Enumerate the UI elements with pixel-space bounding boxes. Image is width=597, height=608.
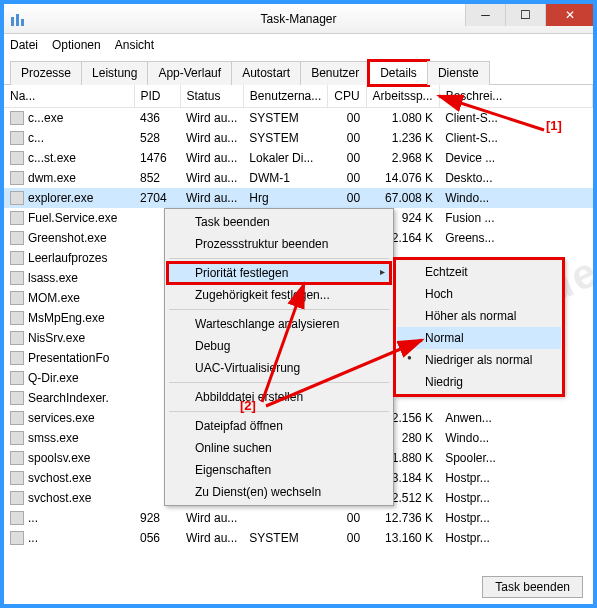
cell-value: ...: [28, 531, 38, 545]
tab-dienste[interactable]: Dienste: [427, 61, 490, 85]
menu-item[interactable]: Debug: [167, 335, 391, 357]
cell-value: 528: [140, 131, 160, 145]
maximize-button[interactable]: ☐: [505, 4, 545, 26]
menu-item[interactable]: UAC-Virtualisierung: [167, 357, 391, 379]
process-icon: [10, 191, 24, 205]
menu-item[interactable]: Dateipfad öffnen: [167, 415, 391, 437]
tab-autostart[interactable]: Autostart: [231, 61, 301, 85]
column-header[interactable]: PID: [134, 85, 180, 108]
process-icon: [10, 371, 24, 385]
close-button[interactable]: ✕: [545, 4, 593, 26]
menu-item[interactable]: Eigenschaften: [167, 459, 391, 481]
cell-value: svchost.exe: [28, 471, 91, 485]
end-task-button[interactable]: Task beenden: [482, 576, 583, 598]
cell-value: 13.160 K: [385, 531, 433, 545]
cell-value: c...: [28, 131, 44, 145]
column-header[interactable]: Benutzerna...: [243, 85, 327, 108]
tab-prozesse[interactable]: Prozesse: [10, 61, 82, 85]
submenu-item[interactable]: Niedriger als normal: [397, 349, 561, 371]
cell-value: Client-S...: [445, 111, 498, 125]
cell-value: Lokaler Di...: [249, 151, 313, 165]
menu-item[interactable]: Priorität festlegen: [167, 262, 391, 284]
cell-value: Hostpr...: [445, 491, 490, 505]
cell-value: dwm.exe: [28, 171, 76, 185]
cell-value: MsMpEng.exe: [28, 311, 105, 325]
cell-value: smss.exe: [28, 431, 79, 445]
submenu-item[interactable]: Echtzeit: [397, 261, 561, 283]
table-row[interactable]: c...st.exe1476Wird au...Lokaler Di...002…: [4, 148, 593, 168]
menu-ansicht[interactable]: Ansicht: [115, 38, 154, 52]
table-row[interactable]: c...528Wird au...SYSTEM001.236 KClient-S…: [4, 128, 593, 148]
cell-value: 00: [347, 111, 360, 125]
process-icon: [10, 131, 24, 145]
submenu-item[interactable]: Normal: [397, 327, 561, 349]
context-menu[interactable]: Task beendenProzessstruktur beendenPrior…: [164, 208, 394, 506]
cell-value: Greenshot.exe: [28, 231, 107, 245]
process-icon: [10, 251, 24, 265]
table-row[interactable]: ...056Wird au...SYSTEM0013.160 KHostpr..…: [4, 528, 593, 548]
cell-value: Fusion ...: [445, 211, 494, 225]
cell-value: 852: [140, 171, 160, 185]
priority-submenu[interactable]: EchtzeitHochHöher als normalNormalNiedri…: [394, 258, 564, 396]
cell-value: MOM.exe: [28, 291, 80, 305]
process-icon: [10, 351, 24, 365]
process-icon: [10, 271, 24, 285]
process-icon: [10, 471, 24, 485]
tab-benutzer[interactable]: Benutzer: [300, 61, 370, 85]
menu-item[interactable]: Prozessstruktur beenden: [167, 233, 391, 255]
table-row[interactable]: ...928Wird au...0012.736 KHostpr...: [4, 508, 593, 528]
menu-item[interactable]: Task beenden: [167, 211, 391, 233]
menu-item[interactable]: Online suchen: [167, 437, 391, 459]
table-row[interactable]: dwm.exe852Wird au...DWM-10014.076 KDeskt…: [4, 168, 593, 188]
cell-value: Hostpr...: [445, 471, 490, 485]
cell-value: Leerlaufprozes: [28, 251, 107, 265]
cell-value: 928: [140, 511, 160, 525]
menu-separator: [169, 258, 389, 259]
table-row[interactable]: c...exe436Wird au...SYSTEM001.080 KClien…: [4, 108, 593, 129]
submenu-item[interactable]: Höher als normal: [397, 305, 561, 327]
titlebar: Task-Manager ─ ☐ ✕: [4, 4, 593, 34]
minimize-button[interactable]: ─: [465, 4, 505, 26]
column-header[interactable]: Beschrei...: [439, 85, 592, 108]
menu-item[interactable]: Zu Dienst(en) wechseln: [167, 481, 391, 503]
cell-value: 3.184 K: [392, 471, 433, 485]
menu-item[interactable]: Warteschlange analysieren: [167, 313, 391, 335]
process-icon: [10, 211, 24, 225]
tab-details[interactable]: Details: [369, 61, 428, 85]
menu-optionen[interactable]: Optionen: [52, 38, 101, 52]
column-header[interactable]: Status: [180, 85, 243, 108]
footer: Task beenden: [482, 576, 583, 598]
cell-value: c...exe: [28, 111, 63, 125]
cell-value: 1.236 K: [392, 131, 433, 145]
column-header[interactable]: CPU: [328, 85, 366, 108]
process-icon: [10, 171, 24, 185]
column-header[interactable]: Na...: [4, 85, 134, 108]
menu-item[interactable]: Abbilddatei erstellen: [167, 386, 391, 408]
cell-value: 00: [347, 131, 360, 145]
tab-app-verlauf[interactable]: App-Verlauf: [147, 61, 232, 85]
cell-value: 00: [347, 151, 360, 165]
menu-separator: [169, 411, 389, 412]
process-icon: [10, 291, 24, 305]
process-icon: [10, 391, 24, 405]
cell-value: Client-S...: [445, 131, 498, 145]
process-icon: [10, 411, 24, 425]
cell-value: Q-Dir.exe: [28, 371, 79, 385]
cell-value: 00: [347, 511, 360, 525]
tab-leistung[interactable]: Leistung: [81, 61, 148, 85]
cell-value: 924 K: [402, 211, 433, 225]
submenu-item[interactable]: Niedrig: [397, 371, 561, 393]
cell-value: Wird au...: [186, 111, 237, 125]
process-icon: [10, 311, 24, 325]
process-icon: [10, 431, 24, 445]
cell-value: 280 K: [402, 431, 433, 445]
process-icon: [10, 151, 24, 165]
table-row[interactable]: explorer.exe2704Wird au...Hrg0067.008 KW…: [4, 188, 593, 208]
submenu-item[interactable]: Hoch: [397, 283, 561, 305]
column-header[interactable]: Arbeitssp...: [366, 85, 439, 108]
menu-datei[interactable]: Datei: [10, 38, 38, 52]
cell-value: SYSTEM: [249, 531, 298, 545]
cell-value: 1.080 K: [392, 111, 433, 125]
menu-item[interactable]: Zugehörigkeit festlegen...: [167, 284, 391, 306]
process-icon: [10, 511, 24, 525]
